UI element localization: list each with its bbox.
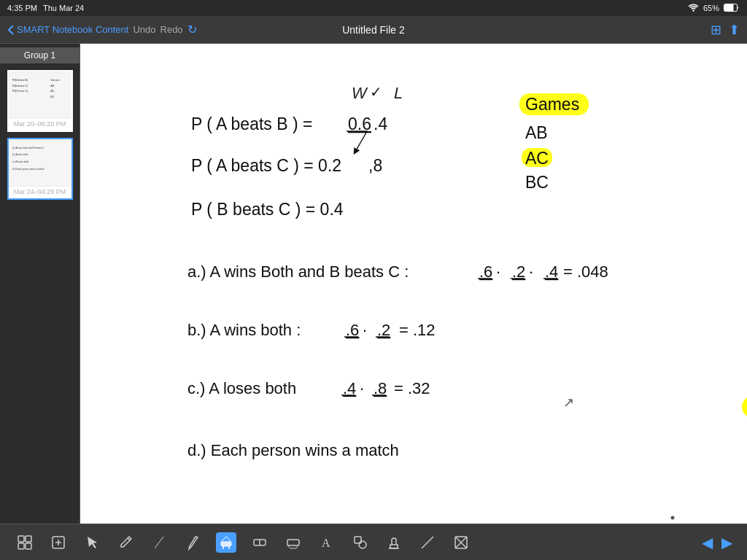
svg-rect-62: [18, 543, 24, 549]
back-label: SMART Notebook Content: [17, 24, 128, 35]
svg-text:AB: AB: [50, 85, 55, 88]
svg-text:P(A beats B): P(A beats B): [12, 79, 28, 82]
text-tool[interactable]: A: [317, 532, 337, 553]
svg-text:·: ·: [363, 321, 367, 339]
svg-text:BC: BC: [50, 96, 55, 98]
svg-text:d.) Each person wins a match: d.) Each person wins a match: [12, 168, 44, 171]
svg-text:Games: Games: [50, 79, 59, 82]
main-area: Group 1 P(A beats B) P(A beats C) P(B be…: [0, 44, 747, 524]
svg-text:P ( B beats C ) = 0.4: P ( B beats C ) = 0.4: [191, 200, 344, 219]
time: 4:35 PM: [7, 4, 37, 12]
status-bar: 4:35 PM Thu Mar 24 65%: [0, 0, 747, 16]
svg-text:b.) A wins both: b.) A wins both: [12, 153, 28, 156]
svg-text:b.)  A wins both :: b.) A wins both :: [187, 321, 301, 339]
svg-point-0: [692, 9, 694, 11]
page-1-date: Mar 20–06:20 PM: [9, 119, 71, 131]
wifi-icon: [688, 3, 699, 13]
ipad-icon[interactable]: ⊞: [711, 22, 721, 38]
svg-text:L: L: [394, 84, 403, 102]
status-right: 65%: [688, 3, 740, 13]
svg-point-57: [742, 396, 747, 418]
svg-text:·: ·: [529, 262, 533, 281]
undo-button[interactable]: Undo: [133, 24, 155, 35]
svg-text:A: A: [322, 537, 330, 549]
svg-text:,8: ,8: [368, 156, 382, 175]
sidebar: Group 1 P(A beats B) P(A beats C) P(B be…: [0, 44, 80, 524]
svg-text:.4: .4: [374, 114, 387, 133]
cursor-tool[interactable]: [82, 532, 102, 553]
redo-button[interactable]: Redo: [160, 24, 183, 35]
svg-text:0.6: 0.6: [348, 114, 371, 133]
shapes-tool[interactable]: [350, 532, 371, 553]
insert-button[interactable]: [48, 532, 69, 553]
svg-point-77: [359, 541, 366, 548]
battery-label: 65%: [703, 4, 719, 12]
stamp-tool[interactable]: [384, 532, 404, 553]
battery-icon: [724, 4, 740, 13]
share-icon[interactable]: ⬆: [729, 22, 740, 38]
date: Thu Mar 24: [43, 4, 84, 12]
toolbar-right: ⊞ ⬆: [500, 22, 740, 38]
svg-text:↗: ↗: [563, 395, 574, 410]
group-label: Group 1: [0, 47, 80, 63]
svg-text:P ( A beats C ) = 0.2: P ( A beats C ) = 0.2: [191, 156, 341, 175]
svg-text:= .048: = .048: [563, 262, 608, 281]
svg-line-67: [128, 538, 130, 540]
canvas-content: W ✓ L P ( A beats B ) = 0.6 .4 P ( A bea…: [80, 44, 747, 524]
svg-text:= .12: = .12: [399, 321, 436, 339]
svg-rect-69: [221, 542, 231, 546]
svg-point-59: [671, 516, 675, 520]
prev-page-button[interactable]: ◀: [702, 534, 713, 551]
svg-text:P ( A beats B ) =: P ( A beats B ) =: [191, 114, 312, 133]
line-tool[interactable]: [417, 532, 438, 553]
page-manager-button[interactable]: [15, 532, 35, 553]
svg-text:Games: Games: [525, 95, 579, 114]
thin-pen-tool[interactable]: [149, 532, 169, 553]
svg-text:P(A beats C): P(A beats C): [12, 85, 28, 88]
svg-line-80: [422, 537, 433, 548]
top-toolbar: SMART Notebook Content Undo Redo ↻ Untit…: [0, 16, 747, 44]
eraser-stroke-tool[interactable]: [249, 532, 270, 553]
svg-rect-2: [724, 4, 733, 11]
svg-rect-63: [26, 543, 31, 549]
document-title: Untitled File 2: [254, 24, 493, 36]
next-page-button[interactable]: ▶: [721, 534, 732, 551]
svg-text:AC: AC: [525, 149, 549, 168]
marker-tool[interactable]: [182, 532, 203, 553]
svg-text:AC: AC: [50, 90, 55, 93]
clear-tool[interactable]: [451, 532, 471, 553]
svg-text:= .32: = .32: [394, 379, 430, 397]
svg-rect-61: [26, 536, 31, 542]
highlighter-tool[interactable]: [216, 532, 236, 553]
page-thumb-2[interactable]: a.) A wins both and B beats C b.) A wins…: [7, 138, 73, 200]
svg-text:P(B beats C): P(B beats C): [12, 90, 28, 93]
svg-text:·: ·: [360, 379, 364, 397]
nav-buttons: ◀ ▶: [702, 534, 732, 551]
eraser-tool[interactable]: [283, 532, 303, 553]
svg-text:d.)  Each person wins a match: d.) Each person wins a match: [187, 441, 399, 459]
svg-rect-75: [287, 540, 299, 545]
svg-text:a.)  A wins Both and B beats C: a.) A wins Both and B beats C :: [187, 262, 409, 281]
page-2-date: Mar 24–04:29 PM: [9, 187, 71, 198]
svg-text:✓: ✓: [370, 84, 382, 100]
bottom-toolbar: A: [0, 524, 747, 560]
pen-tool[interactable]: [115, 532, 136, 553]
toolbar-left: SMART Notebook Content Undo Redo ↻: [7, 23, 247, 36]
svg-text:BC: BC: [525, 173, 549, 192]
back-button[interactable]: SMART Notebook Content: [7, 24, 128, 35]
svg-text:a.) A wins both and B beats C: a.) A wins both and B beats C: [12, 147, 44, 149]
svg-text:AB: AB: [525, 123, 548, 142]
bottom-tools-left: A: [15, 532, 471, 553]
svg-text:c.) A loses both: c.) A loses both: [12, 160, 28, 163]
svg-text:W: W: [352, 84, 368, 102]
svg-text:·: ·: [496, 262, 500, 281]
svg-line-68: [155, 537, 163, 548]
page-thumb-1[interactable]: P(A beats B) P(A beats C) P(B beats C) G…: [7, 70, 73, 132]
canvas-area[interactable]: W ✓ L P ( A beats B ) = 0.6 .4 P ( A bea…: [80, 44, 747, 524]
svg-text:c.)  A loses both: c.) A loses both: [187, 379, 296, 397]
status-left: 4:35 PM Thu Mar 24: [7, 4, 84, 12]
refresh-icon[interactable]: ↻: [187, 23, 197, 36]
svg-rect-60: [18, 536, 24, 542]
